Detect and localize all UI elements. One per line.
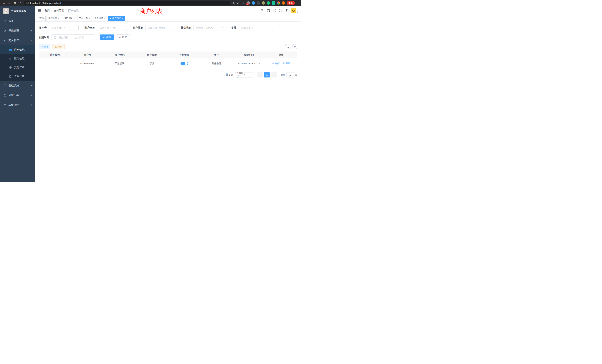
- sidebar-logo[interactable]: 芋道管理系统: [0, 6, 35, 16]
- github-icon[interactable]: [267, 9, 270, 12]
- sidebar-item-refund-order[interactable]: 退款订单: [0, 72, 35, 81]
- form-item-merchant-no: 商户号: [39, 25, 79, 31]
- avatar-image: [291, 8, 296, 13]
- screen: ← → ↻ ⌂ i localhost:1024/pay/merchant ☆ …: [0, 0, 301, 182]
- chevron-down-icon: ▾: [31, 29, 32, 32]
- sidebar-item-system[interactable]: ⚙ 系统管理 ▾: [0, 26, 35, 36]
- remark-input[interactable]: [239, 25, 273, 31]
- tab-process-form[interactable]: 流程表单 ×: [46, 16, 61, 21]
- full-name-input[interactable]: [97, 25, 127, 31]
- tab-label: 流程表单: [48, 17, 57, 20]
- extension-icon-avatar1[interactable]: [262, 1, 265, 5]
- extension-icon-green-circle[interactable]: [267, 1, 270, 5]
- sidebar-item-payment[interactable]: ¥ 支付管理 ▴: [0, 36, 35, 45]
- close-icon[interactable]: ×: [58, 17, 59, 20]
- search-icon[interactable]: [260, 9, 264, 12]
- delete-link[interactable]: 删除: [283, 62, 290, 65]
- gear-icon: ⚙: [3, 29, 6, 32]
- navbar: 首页 / 支付管理 / 商户信息 商户列表: [35, 6, 301, 15]
- toggle-knob: [185, 62, 188, 65]
- add-button-label: 新增: [43, 45, 48, 48]
- browser-update-button[interactable]: 更新: [287, 1, 295, 5]
- close-icon[interactable]: ×: [89, 17, 90, 20]
- status-select[interactable]: 请选择开启状态 ▾: [194, 25, 225, 31]
- tab-merchant-info[interactable]: 商户信息 ×: [108, 16, 125, 21]
- total-suffix: 条: [231, 73, 233, 76]
- help-icon[interactable]: ?: [273, 9, 276, 12]
- sidebar-item-app-info[interactable]: 应用信息: [0, 54, 35, 63]
- close-icon[interactable]: ×: [73, 17, 75, 20]
- browser-back-icon[interactable]: ←: [2, 1, 6, 5]
- next-page-button[interactable]: ›: [271, 72, 277, 77]
- date-start-input[interactable]: [57, 36, 70, 39]
- tabs-bar: 首页 流程表单 × 用户分组 × 支付订单 × 退款订单 ×: [35, 15, 301, 21]
- sidebar-item-dev-tools[interactable]: 研发工具 ▾: [0, 90, 35, 100]
- search-button[interactable]: 搜索: [100, 34, 114, 40]
- sidebar-item-pay-order[interactable]: 支付订单: [0, 63, 35, 72]
- bookmark-star-icon[interactable]: ☆: [241, 1, 245, 5]
- reset-button-label: 重置: [122, 36, 127, 39]
- sidebar-item-infrastructure[interactable]: 基础设施 ▾: [0, 81, 35, 90]
- chevron-down-icon: ▾: [222, 27, 223, 29]
- site-info-icon[interactable]: i: [26, 2, 29, 4]
- calendar-icon: [54, 36, 56, 39]
- tab-user-group[interactable]: 用户分组 ×: [62, 16, 76, 21]
- date-separator: -: [71, 36, 72, 39]
- page-size-select[interactable]: 10条/页 ▾: [235, 72, 253, 77]
- url-text[interactable]: localhost:1024/pay/merchant: [30, 2, 61, 4]
- fullscreen-icon[interactable]: [279, 9, 282, 12]
- password-key-icon[interactable]: [232, 1, 235, 4]
- tab-pay-order[interactable]: 支付订单 ×: [77, 16, 92, 21]
- tab-home[interactable]: 首页: [38, 16, 46, 21]
- font-size-icon[interactable]: T: [286, 9, 288, 12]
- hamburger-icon[interactable]: [38, 9, 42, 12]
- cell-status: [168, 58, 200, 69]
- close-icon[interactable]: ×: [104, 17, 106, 20]
- goto-page-input[interactable]: [286, 72, 294, 77]
- page-1-button[interactable]: 1: [264, 72, 270, 77]
- col-merchant-index: 商户编号: [39, 52, 71, 58]
- extension-icon-puzzle[interactable]: 10: [247, 1, 250, 5]
- user-avatar[interactable]: ▾: [291, 8, 298, 13]
- date-end-input[interactable]: [73, 36, 86, 39]
- extension-icon-dark[interactable]: [257, 1, 260, 5]
- edit-link[interactable]: ✎ 修改: [272, 62, 279, 65]
- cell-full-name: 芋道源码: [104, 58, 136, 69]
- breadcrumb-payment[interactable]: 支付管理: [54, 9, 64, 12]
- col-create-time: 创建时间: [233, 52, 265, 58]
- status-toggle[interactable]: [181, 62, 188, 65]
- browser-menu-icon[interactable]: ⋮: [297, 1, 299, 4]
- sidebar-item-workflow[interactable]: 工作流程 ▾: [0, 100, 35, 110]
- toggle-search-icon[interactable]: [285, 44, 290, 49]
- breadcrumb-home[interactable]: 首页: [44, 9, 50, 12]
- toolbar-right: ↻: [285, 44, 297, 49]
- export-button[interactable]: 导出: [52, 44, 65, 49]
- add-button[interactable]: + 新增: [39, 44, 50, 49]
- date-range-picker[interactable]: -: [52, 34, 94, 40]
- cell-create-time: 2021-10-23 08:31:14: [233, 58, 265, 69]
- pagination-total: 共 1 条: [226, 73, 233, 76]
- extension-icon-green-square[interactable]: [272, 1, 275, 5]
- sidebar-item-label: 工作流程: [9, 103, 19, 107]
- sidebar-item-home[interactable]: 首页: [0, 16, 35, 26]
- browser-home-icon[interactable]: ⌂: [19, 1, 22, 5]
- sidebar-item-merchant-info[interactable]: 商户信息: [0, 45, 35, 54]
- sidebar-item-label: 退款订单: [14, 75, 24, 78]
- short-name-input[interactable]: [145, 25, 175, 31]
- merchant-no-input[interactable]: [49, 25, 79, 31]
- extension-icon-pinwheel[interactable]: [277, 1, 280, 5]
- refresh-icon[interactable]: ↻: [292, 44, 297, 49]
- form-item-short-name: 商户简称: [133, 25, 175, 31]
- url-bar[interactable]: i localhost:1024/pay/merchant: [24, 1, 230, 5]
- prev-page-button[interactable]: ‹: [257, 72, 263, 77]
- reset-button[interactable]: ↻ 重置: [116, 34, 130, 40]
- table-row: 1 M233666999 芋道源码 芋艿 我是备注 2021-10-23 08:…: [39, 58, 297, 69]
- edit-label: 修改: [275, 62, 279, 65]
- share-icon[interactable]: [237, 1, 240, 4]
- close-icon[interactable]: ×: [122, 17, 123, 20]
- browser-reload-icon[interactable]: ↻: [13, 1, 17, 5]
- browser-forward-icon[interactable]: →: [7, 1, 11, 5]
- extension-icon-blue-drop[interactable]: [252, 1, 255, 5]
- tab-refund-order[interactable]: 退款订单 ×: [93, 16, 107, 21]
- extension-icon-avatar2[interactable]: [282, 1, 285, 5]
